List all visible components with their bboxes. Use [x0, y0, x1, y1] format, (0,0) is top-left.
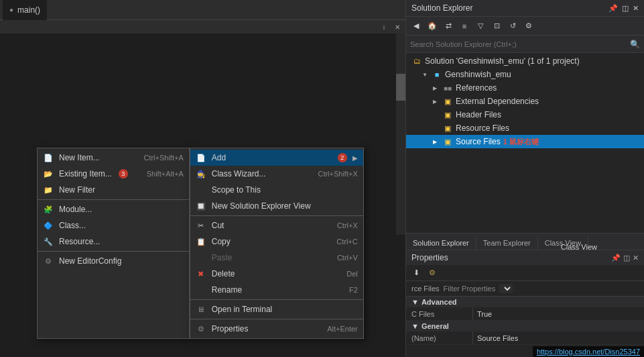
ctx-new-item[interactable]: 📄 New Item... Ctrl+Shift+A [38, 150, 189, 166]
ctx-new-filter[interactable]: 📁 New Filter [38, 182, 189, 198]
scroll-track[interactable] [396, 34, 405, 235]
se-pin-icon[interactable]: 📌 [608, 4, 618, 13]
props-filter-dropdown[interactable] [499, 284, 513, 293]
props-filter-text: rce Files [411, 285, 440, 293]
copy-label: Copy [212, 237, 318, 246]
tab-icon: ● [9, 6, 13, 13]
se-collapse-btn[interactable]: ⊡ [489, 19, 504, 34]
paste-label: Paste [212, 253, 318, 262]
props-cfiles-row: C Files True [406, 307, 644, 321]
ctx-sep-3 [190, 215, 363, 216]
props-float-icon[interactable]: ◫ [623, 254, 630, 262]
resource-icon: 🔧 [43, 236, 54, 247]
new-item-icon: 📄 [43, 152, 54, 163]
tree-headerfiles-row[interactable]: ▣ Header Files [406, 108, 644, 121]
editorconfig-label: New EditorConfig [59, 256, 184, 266]
se-title-bar: Solution Explorer 📌 ◫ ✕ [406, 0, 644, 17]
new-filter-label: New Filter [59, 185, 184, 195]
module-icon: 🧩 [43, 204, 54, 215]
props-general-arrow: ▼ [411, 322, 419, 330]
close-btn[interactable]: ✕ [392, 21, 403, 32]
se-float-icon[interactable]: ◫ [622, 4, 629, 13]
class-wizard-icon: 🧙 [196, 168, 206, 179]
class-wizard-label: Class Wizard... [212, 169, 300, 178]
props-advanced-header: ▼ Advanced [406, 297, 644, 307]
solution-label: Solution 'Genshinwish_emu' (1 of 1 proje… [425, 56, 580, 66]
new-filter-icon: 📁 [43, 185, 54, 195]
context-menu-container: 📄 New Item... Ctrl+Shift+A 📂 Existing It… [37, 148, 364, 339]
se-filter-btn[interactable]: ▽ [473, 19, 488, 34]
editorconfig-icon: ⚙ [43, 256, 54, 266]
se-search-input[interactable] [410, 40, 630, 48]
tab-label: main() [17, 5, 40, 15]
props-name-key: (Name) [406, 332, 473, 344]
solution-icon: 🗂 [411, 56, 422, 66]
refs-label: References [456, 83, 497, 93]
split-btn[interactable]: ↕ [379, 21, 389, 32]
ctx-class-wizard[interactable]: 🧙 Class Wizard... Ctrl+Shift+X [190, 166, 363, 182]
se-search-icon[interactable]: 🔍 [630, 40, 640, 49]
headerfiles-label: Header Files [456, 110, 501, 119]
ctx-existing-item[interactable]: 📂 Existing Item... 3 Shift+Alt+A [38, 166, 189, 182]
se-search-bar[interactable]: 🔍 [406, 36, 644, 53]
tree-resourcefiles-row[interactable]: ▣ Resource Files [406, 121, 644, 135]
se-title-icons: 📌 ◫ ✕ [608, 4, 639, 13]
ctx-editorconfig[interactable]: ⚙ New EditorConfig [38, 253, 189, 269]
ctx-properties[interactable]: ⚙ Properties Alt+Enter [190, 321, 363, 337]
se-view-icon: 🔲 [196, 201, 206, 211]
class-icon: 🔷 [43, 220, 54, 231]
se-bottom-tabs: Solution Explorer Team Explorer Class Vi… [406, 233, 644, 250]
props-pin-icon[interactable]: 📌 [611, 254, 621, 262]
sourcefiles-label: Source Files [456, 137, 501, 146]
se-back-btn[interactable]: ◀ [409, 19, 424, 34]
ctx-class[interactable]: 🔷 Class... [38, 217, 189, 234]
ctx-paste: Paste Ctrl+V [190, 250, 363, 266]
tab-team-explorer[interactable]: Team Explorer [476, 236, 538, 250]
ctx-module[interactable]: 🧩 Module... [38, 201, 189, 217]
props-general-header: ▼ General [406, 321, 644, 332]
se-home-btn[interactable]: 🏠 [425, 19, 440, 34]
paste-icon [196, 252, 206, 263]
class-label: Class... [59, 221, 184, 230]
se-close-icon[interactable]: ✕ [633, 4, 639, 13]
props-gear-icon[interactable]: ⚙ [425, 266, 440, 280]
editor-tab[interactable]: ● main() [3, 0, 47, 20]
module-label: Module... [59, 205, 184, 214]
add-arrow: ▶ [352, 154, 358, 162]
tree-project-row[interactable]: ▼ ■ Genshinwish_emu [406, 68, 644, 81]
ctx-copy[interactable]: 📋 Copy Ctrl+C [190, 234, 363, 250]
scope-label: Scope to This [212, 185, 358, 195]
headerfiles-icon: ▣ [442, 109, 453, 120]
tree-extdeps-row[interactable]: ▶ ▣ External Dependencies [406, 95, 644, 108]
ctx-delete[interactable]: ✖ Delete Del [190, 266, 363, 282]
ctx-add[interactable]: 📄 Add 2 ▶ [190, 150, 363, 166]
copy-shortcut: Ctrl+C [323, 238, 357, 246]
ctx-rename[interactable]: Rename F2 [190, 282, 363, 298]
tab-solution-explorer[interactable]: Solution Explorer [406, 236, 476, 250]
ctx-new-se-view[interactable]: 🔲 New Solution Explorer View [190, 198, 363, 214]
props-close-icon[interactable]: ✕ [633, 254, 639, 262]
class-view-tab-visible[interactable]: Class View [561, 243, 597, 251]
tree-references-row[interactable]: ▶ ■■ References [406, 81, 644, 95]
ctx-cut[interactable]: ✂ Cut Ctrl+X [190, 217, 363, 234]
paste-shortcut: Ctrl+V [324, 254, 358, 262]
editor-toolbar: ↕ ✕ [0, 20, 405, 34]
se-gear-btn[interactable]: ⚙ [521, 19, 536, 34]
resource-label: Resource... [59, 237, 184, 246]
se-tree: 🗂 Solution 'Genshinwish_emu' (1 of 1 pro… [406, 53, 644, 233]
ctx-open-terminal[interactable]: 🖥 Open in Terminal [190, 301, 363, 317]
ctx-scope-to-this[interactable]: Scope to This [190, 182, 363, 198]
tree-sourcefiles-row[interactable]: ▶ ▣ Source Files 1 鼠标右键 [406, 135, 644, 148]
se-refresh-btn[interactable]: ↺ [505, 19, 520, 34]
properties-icon: ⚙ [196, 323, 206, 334]
cut-icon: ✂ [196, 220, 206, 231]
props-sort-btn[interactable]: ⬇ [409, 266, 424, 280]
ctx-resource[interactable]: 🔧 Resource... [38, 234, 189, 250]
props-toolbar: ⬇ ⚙ [406, 265, 644, 281]
existing-item-icon: 📂 [43, 168, 54, 179]
se-sync-btn[interactable]: ⇄ [441, 19, 456, 34]
tree-solution-row[interactable]: 🗂 Solution 'Genshinwish_emu' (1 of 1 pro… [406, 54, 644, 68]
se-toolbar: ◀ 🏠 ⇄ ≡ ▽ ⊡ ↺ ⚙ [406, 17, 644, 36]
se-props-btn[interactable]: ≡ [457, 19, 472, 34]
scroll-thumb[interactable] [396, 74, 405, 101]
